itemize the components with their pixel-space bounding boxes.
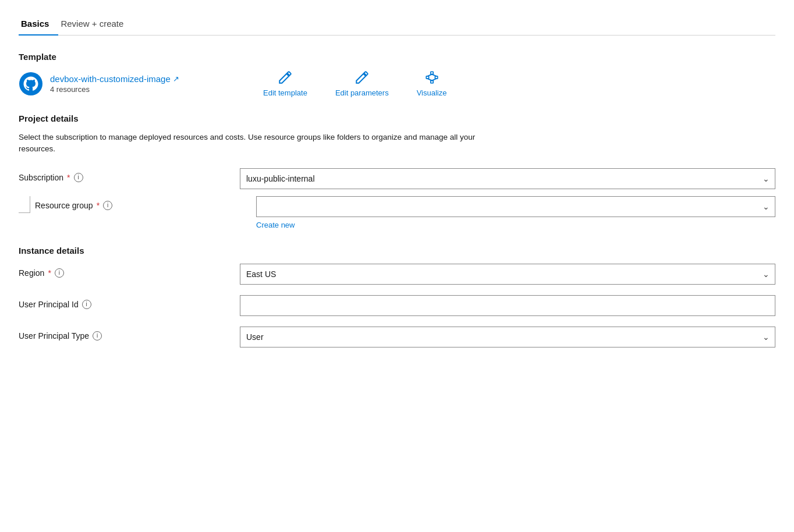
template-name-link[interactable]: devbox-with-customized-image ↗: [50, 74, 179, 84]
svg-rect-4: [430, 80, 433, 83]
project-details-description: Select the subscription to manage deploy…: [19, 132, 496, 155]
subscription-label: Subscription: [19, 173, 63, 182]
github-icon: [19, 72, 43, 96]
user-principal-id-input[interactable]: [240, 295, 775, 316]
template-actions: Edit template Edit parameters: [263, 70, 446, 97]
indent-indicator: [26, 196, 30, 213]
edit-template-button[interactable]: Edit template: [263, 70, 307, 97]
resource-group-select[interactable]: [256, 196, 775, 217]
region-control: East US ⌄: [240, 264, 775, 285]
svg-line-5: [427, 75, 432, 76]
template-info: devbox-with-customized-image ↗ 4 resourc…: [19, 72, 217, 96]
region-row: Region * i East US ⌄: [19, 264, 775, 285]
region-required-star: *: [48, 268, 51, 278]
project-details-title: Project details: [19, 114, 775, 123]
user-principal-type-select-wrapper: User ⌄: [240, 327, 775, 347]
template-name-text: devbox-with-customized-image: [50, 74, 171, 84]
pencil-icon: [278, 70, 293, 85]
template-section-title: Template: [19, 52, 775, 62]
user-principal-type-row: User Principal Type i User ⌄: [19, 327, 775, 347]
user-principal-type-label: User Principal Type: [19, 331, 89, 341]
resource-group-row: Resource group * i ⌄ Create new: [35, 196, 775, 229]
subscription-control: luxu-public-internal ⌄: [240, 168, 775, 189]
region-info-icon[interactable]: i: [55, 268, 64, 278]
edit-parameters-label: Edit parameters: [335, 88, 389, 97]
subscription-required-star: *: [67, 173, 70, 182]
user-principal-id-control: [240, 295, 775, 316]
resource-group-label-col: Resource group * i: [35, 196, 256, 210]
instance-details-title: Instance details: [19, 246, 775, 256]
visualize-label: Visualize: [417, 88, 447, 97]
resource-group-required-star: *: [97, 201, 100, 210]
user-principal-type-select[interactable]: User: [240, 327, 775, 347]
svg-line-8: [432, 79, 437, 80]
instance-details-section: Instance details Region * i East US ⌄ Us…: [19, 246, 775, 347]
subscription-row: Subscription * i luxu-public-internal ⌄: [19, 168, 775, 189]
tab-basics[interactable]: Basics: [19, 14, 58, 36]
region-label-col: Region * i: [19, 264, 240, 278]
resource-group-label: Resource group: [35, 201, 93, 210]
resource-group-info-icon[interactable]: i: [103, 201, 112, 210]
user-principal-type-control: User ⌄: [240, 327, 775, 347]
resource-group-wrapper: Resource group * i ⌄ Create new: [19, 196, 775, 229]
user-principal-id-info-icon[interactable]: i: [82, 300, 91, 309]
subscription-label-col: Subscription * i: [19, 168, 240, 182]
project-details-section: Project details Select the subscription …: [19, 114, 775, 229]
svg-line-7: [427, 79, 432, 80]
edit-parameters-button[interactable]: Edit parameters: [335, 70, 389, 97]
subscription-select-wrapper: luxu-public-internal ⌄: [240, 168, 775, 189]
svg-line-6: [432, 75, 437, 76]
indent-horiz-line: [19, 212, 30, 213]
template-resources: 4 resources: [50, 85, 179, 94]
tab-review-create[interactable]: Review + create: [58, 14, 133, 36]
user-principal-id-row: User Principal Id i: [19, 295, 775, 316]
external-link-icon: ↗: [173, 75, 179, 83]
user-principal-id-label: User Principal Id: [19, 300, 79, 309]
region-select-wrapper: East US ⌄: [240, 264, 775, 285]
template-name-block: devbox-with-customized-image ↗ 4 resourc…: [50, 74, 179, 94]
subscription-info-icon[interactable]: i: [74, 173, 83, 182]
region-select[interactable]: East US: [240, 264, 775, 285]
svg-rect-2: [426, 76, 428, 79]
template-row: devbox-with-customized-image ↗ 4 resourc…: [19, 70, 775, 97]
pencil-icon-2: [355, 70, 370, 85]
visualize-button[interactable]: Visualize: [417, 70, 447, 97]
svg-rect-1: [430, 72, 433, 74]
svg-point-0: [19, 72, 42, 95]
resource-group-select-wrapper: ⌄: [256, 196, 775, 217]
edit-template-label: Edit template: [263, 88, 307, 97]
resource-group-control: ⌄ Create new: [256, 196, 775, 229]
template-section: Template devbox-with-customized-image ↗ …: [19, 52, 775, 97]
indent-vert-line: [30, 196, 30, 212]
visualize-icon: [424, 70, 439, 85]
create-new-link[interactable]: Create new: [256, 221, 775, 229]
user-principal-type-info-icon[interactable]: i: [93, 331, 102, 341]
subscription-select[interactable]: luxu-public-internal: [240, 168, 775, 189]
tab-bar: Basics Review + create: [19, 14, 775, 36]
user-principal-type-label-col: User Principal Type i: [19, 327, 240, 341]
region-label: Region: [19, 268, 44, 278]
user-principal-id-label-col: User Principal Id i: [19, 295, 240, 309]
svg-rect-3: [435, 76, 437, 79]
